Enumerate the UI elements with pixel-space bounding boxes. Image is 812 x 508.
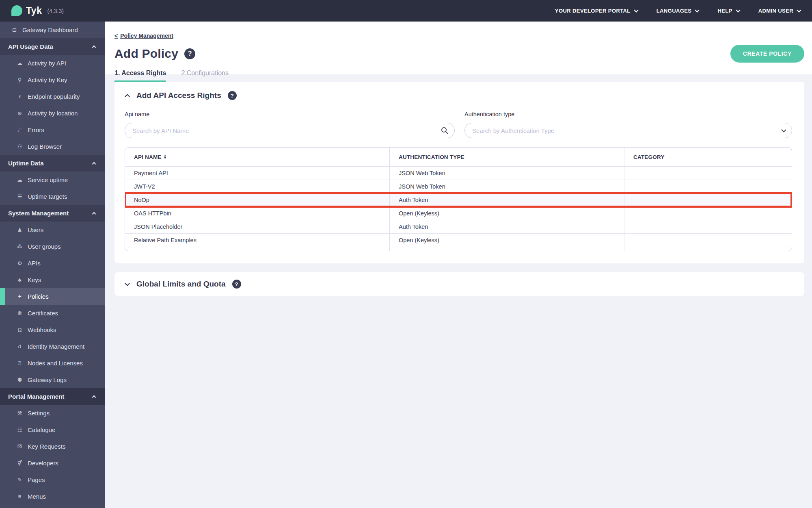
sidebar-item-policies[interactable]: ✦Policies <box>0 288 105 305</box>
search-icon <box>441 127 448 134</box>
certificate-icon: ☸ <box>16 310 23 316</box>
table-row-json-placeholder[interactable]: JSON PlaceholderAuth Token <box>125 220 792 234</box>
cell-empty <box>744 193 792 207</box>
topbar-menu-help[interactable]: HELP <box>717 8 739 14</box>
sidebar-item-users[interactable]: ♟Users <box>0 221 105 238</box>
sidebar-item-label: Certificates <box>28 310 58 317</box>
chevron-down-icon <box>797 8 801 12</box>
sidebar-item-label: Pages <box>28 476 45 483</box>
sidebar-item-label: Settings <box>28 410 50 417</box>
page-title: Add Policy <box>114 47 178 61</box>
sidebar-section-label: Uptime Data <box>8 160 44 167</box>
cell-category <box>624 180 744 193</box>
topbar-menu-label: ADMIN USER <box>758 8 793 14</box>
topbar-menu-label: YOUR DEVELOPER PORTAL <box>555 8 631 14</box>
help-icon[interactable]: ? <box>232 280 241 289</box>
sidebar-item-keys[interactable]: ♣Keys <box>0 271 105 288</box>
sidebar-item-menus[interactable]: ≡Menus <box>0 488 105 505</box>
cell-api-name: Payment API <box>125 167 390 180</box>
cell-api-name: Relative Path Examples <box>125 234 390 247</box>
identity-icon: ☌ <box>16 343 23 350</box>
sidebar-item-label: Activity by API <box>28 60 66 67</box>
sidebar-item-pages[interactable]: ✎Pages <box>0 471 105 488</box>
table-row-noop[interactable]: NoOpAuth Token <box>125 193 792 207</box>
sidebar-section-api-usage-data[interactable]: API Usage Data <box>0 38 105 55</box>
tab-2-configurations[interactable]: 2.Configurations <box>181 69 229 82</box>
auth-type-label: Authentication type <box>464 111 792 117</box>
sidebar-item-service-uptime[interactable]: ☁Service uptime <box>0 172 105 188</box>
access-rights-card: Add API Access Rights ? Api name <box>114 82 804 263</box>
tyk-logo[interactable]: Tyk (4.3.3) <box>11 5 64 16</box>
chevron-up-icon <box>92 212 96 216</box>
sidebar-item-activity-by-location[interactable]: ⊕Activity by location <box>0 105 105 122</box>
help-icon[interactable]: ? <box>228 91 237 100</box>
sidebar-item-webhooks[interactable]: ΩWebhooks <box>0 321 105 338</box>
table-row-rectified-posts[interactable]: Rectified PostsOpen (Keyless) <box>125 247 792 251</box>
column-header-api-name[interactable]: API NAME▴▾ <box>125 148 390 167</box>
sidebar-item-errors[interactable]: ☄Errors <box>0 122 105 138</box>
sidebar: ⊡Gateway DashboardAPI Usage Data☁Activit… <box>0 22 105 508</box>
sidebar-item-label: Log Browser <box>28 143 62 150</box>
sidebar-item-catalogue[interactable]: ☷Catalogue <box>0 421 105 438</box>
expand-section-icon[interactable] <box>125 282 130 286</box>
sidebar-section-system-management[interactable]: System Management <box>0 205 105 221</box>
sidebar-item-nodes-and-licenses[interactable]: ♖Nodes and Licenses <box>0 355 105 371</box>
gears-icon: ⚙ <box>16 260 23 266</box>
column-header-authentication-type[interactable]: AUTHENTICATION TYPE <box>390 148 624 167</box>
section-title: Global Limits and Quota <box>136 280 226 289</box>
sidebar-item-gateway-logs[interactable]: ⚉Gateway Logs <box>0 371 105 388</box>
breadcrumb[interactable]: < Policy Management <box>114 33 173 39</box>
topbar-menu-your-developer-portal[interactable]: YOUR DEVELOPER PORTAL <box>555 8 638 14</box>
sidebar-item-user-groups[interactable]: ⁂User groups <box>0 238 105 255</box>
top-bar: Tyk (4.3.3) YOUR DEVELOPER PORTALLANGUAG… <box>0 0 812 22</box>
cell-auth-type: JSON Web Token <box>390 180 624 193</box>
sort-icon[interactable]: ▴▾ <box>164 154 166 159</box>
table-row-oas-httpbin[interactable]: OAS HTTPbinOpen (Keyless) <box>125 207 792 220</box>
cell-auth-type: Open (Keyless) <box>390 207 624 220</box>
sidebar-item-apis[interactable]: ⚙APIs <box>0 255 105 271</box>
sidebar-item-gateway-dashboard[interactable]: ⊡Gateway Dashboard <box>0 22 105 38</box>
api-name-search-input[interactable] <box>125 123 455 138</box>
sidebar-section-uptime-data[interactable]: Uptime Data <box>0 155 105 172</box>
sidebar-item-label: Users <box>28 226 43 233</box>
sidebar-item-identity-management[interactable]: ☌Identity Management <box>0 338 105 355</box>
sidebar-item-key-requests[interactable]: ⚄Key Requests <box>0 438 105 455</box>
sidebar-item-developers[interactable]: ⚥Developers <box>0 455 105 471</box>
page-header: < Policy Management Add Policy ? CREATE … <box>105 22 812 74</box>
chevron-down-icon[interactable] <box>782 129 786 132</box>
tab-1-access-rights[interactable]: 1. Access Rights <box>114 69 166 82</box>
topbar-menu-label: LANGUAGES <box>657 8 692 14</box>
collapse-section-icon[interactable] <box>125 92 130 99</box>
help-icon[interactable]: ? <box>184 48 195 59</box>
cloud-check-icon: ☁ <box>16 177 23 183</box>
table-row-jwt-v2[interactable]: JWT-V2JSON Web Token <box>125 180 792 193</box>
sidebar-item-endpoint-popularity[interactable]: ♆Endpoint popularity <box>0 88 105 105</box>
sidebar-section-portal-management[interactable]: Portal Management <box>0 388 105 405</box>
sidebar-item-label: Gateway Dashboard <box>22 26 78 33</box>
cell-category <box>624 234 744 247</box>
cell-empty <box>744 180 792 193</box>
sidebar-item-settings[interactable]: ⚒Settings <box>0 405 105 421</box>
user-icon: ♟ <box>16 227 23 233</box>
cell-category <box>624 247 744 251</box>
table-row-payment-api[interactable]: Payment APIJSON Web Token <box>125 167 792 180</box>
cell-api-name: JWT-V2 <box>125 180 390 193</box>
table-row-relative-path-examples[interactable]: Relative Path ExamplesOpen (Keyless) <box>125 234 792 247</box>
sidebar-item-certificates[interactable]: ☸Certificates <box>0 305 105 321</box>
column-header-empty[interactable] <box>744 148 792 167</box>
cell-empty <box>744 207 792 220</box>
main-content: < Policy Management Add Policy ? CREATE … <box>105 22 812 508</box>
sidebar-item-activity-by-api[interactable]: ☁Activity by API <box>0 55 105 72</box>
auth-type-select-input[interactable] <box>464 123 792 138</box>
create-policy-button[interactable]: CREATE POLICY <box>730 45 804 63</box>
column-header-category[interactable]: CATEGORY <box>624 148 744 167</box>
topbar-menu-languages[interactable]: LANGUAGES <box>657 8 699 14</box>
sidebar-item-activity-by-key[interactable]: ⚲Activity by Key <box>0 72 105 88</box>
sidebar-item-uptime-targets[interactable]: ☰Uptime targets <box>0 188 105 205</box>
sidebar-item-label: Service uptime <box>28 176 68 183</box>
topbar-menu-admin-user[interactable]: ADMIN USER <box>758 8 801 14</box>
sidebar-item-log-browser[interactable]: ⚇Log Browser <box>0 138 105 155</box>
column-header-label: CATEGORY <box>633 154 665 160</box>
tyk-logo-icon <box>11 5 22 16</box>
chevron-up-icon <box>92 395 96 399</box>
